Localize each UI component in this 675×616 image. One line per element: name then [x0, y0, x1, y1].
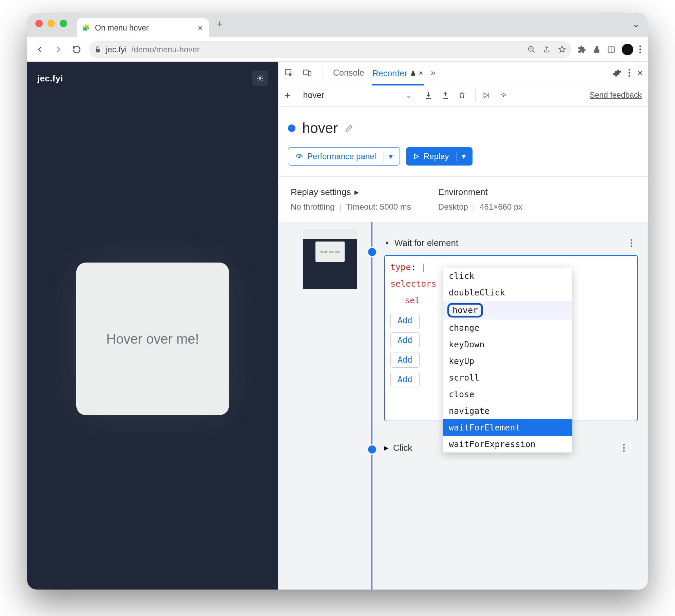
forward-button[interactable]: [52, 43, 64, 56]
profile-avatar[interactable]: [622, 44, 633, 55]
suggestion-waitforexpression[interactable]: waitForExpression: [443, 436, 572, 453]
hover-demo-text: Hover over me!: [106, 331, 199, 347]
devtools-panel: Console Recorder × » × + hover: [278, 62, 648, 590]
replay-dropdown-icon[interactable]: ▾: [457, 152, 466, 161]
content-split: jec.fyi Hover over me! Console: [27, 62, 648, 590]
suggestion-scroll[interactable]: scroll: [443, 369, 572, 386]
recorder-toolbar: + hover ⌄ Send feedback: [278, 84, 648, 107]
tab-title: On menu hover: [95, 23, 149, 33]
step-over-icon[interactable]: [482, 92, 493, 99]
step-more-icon[interactable]: [631, 239, 635, 247]
browser-tab[interactable]: 🧩 On menu hover ×: [77, 18, 209, 37]
reload-button[interactable]: [71, 43, 83, 56]
recording-settings-row: Replay settings ▸ No throttling | Timeou…: [278, 177, 648, 222]
browser-window: 🧩 On menu hover × + ⌄ jec.fyi/demo/menu-…: [27, 13, 648, 590]
rendered-page: jec.fyi Hover over me!: [27, 62, 278, 590]
tab-close-icon[interactable]: ×: [198, 23, 203, 33]
suggestion-keydown[interactable]: keyDown: [443, 336, 572, 353]
new-recording-button[interactable]: +: [285, 90, 291, 101]
environment-label: Environment: [438, 187, 522, 197]
tabs-menu-icon[interactable]: ⌄: [632, 18, 640, 30]
throttling-value: No throttling: [291, 202, 334, 212]
tab-recorder[interactable]: Recorder ×: [372, 66, 424, 85]
close-window-icon[interactable]: [35, 20, 43, 27]
back-button[interactable]: [34, 43, 46, 56]
timeout-value: Timeout: 5000 ms: [346, 202, 411, 212]
send-feedback-link[interactable]: Send feedback: [590, 91, 642, 100]
step-editor[interactable]: type: | selectors sel Add Add Add Add cl…: [384, 255, 638, 421]
step-thumbnail[interactable]: Hover over me!: [303, 229, 357, 289]
add-button[interactable]: Add: [390, 372, 420, 387]
add-button[interactable]: Add: [390, 352, 420, 368]
suggestion-change[interactable]: change: [443, 320, 572, 336]
svg-point-2: [259, 77, 261, 79]
export-icon[interactable]: [424, 91, 435, 99]
expand-icon[interactable]: ▶: [384, 445, 388, 451]
url-path: /demo/menu-hover: [131, 45, 199, 54]
import-icon[interactable]: [441, 91, 452, 99]
devtools-tabstrip: Console Recorder × » ×: [278, 62, 648, 84]
collapse-icon[interactable]: ▼: [384, 240, 390, 246]
new-tab-button[interactable]: +: [212, 17, 227, 32]
replay-settings-toggle[interactable]: Replay settings ▸: [291, 187, 411, 197]
perf-dropdown-icon[interactable]: ▾: [384, 152, 393, 161]
theme-toggle-button[interactable]: [252, 71, 268, 86]
type-suggestions-popup: click doubleClick hover change keyDown k…: [443, 268, 572, 453]
suggestion-doubleclick[interactable]: doubleClick: [443, 284, 572, 301]
suggestion-keyup[interactable]: keyUp: [443, 353, 572, 369]
omnibox[interactable]: jec.fyi/demo/menu-hover: [89, 41, 572, 58]
rename-icon[interactable]: [345, 124, 353, 133]
more-tabs-icon[interactable]: »: [430, 68, 435, 78]
suggestion-click[interactable]: click: [443, 268, 572, 284]
step-title: Wait for element: [394, 238, 458, 248]
performance-panel-button[interactable]: Performance panel ▾: [288, 147, 400, 166]
svg-rect-1: [608, 47, 614, 52]
device-toggle-icon[interactable]: [302, 67, 313, 79]
suggestion-navigate[interactable]: navigate: [443, 403, 572, 419]
hover-demo-card[interactable]: Hover over me!: [76, 263, 229, 415]
tab-console[interactable]: Console: [332, 66, 365, 80]
step2-title: Click: [393, 443, 412, 453]
timeline-node-icon: [368, 248, 376, 256]
zoom-out-icon[interactable]: [527, 45, 536, 54]
step-more-icon[interactable]: [623, 444, 638, 452]
share-icon[interactable]: [543, 45, 551, 54]
env-device: Desktop: [438, 202, 468, 212]
recording-select[interactable]: hover ⌄: [303, 90, 412, 100]
add-button[interactable]: Add: [390, 313, 420, 328]
tabstrip: 🧩 On menu hover × + ⌄: [27, 13, 648, 37]
svg-rect-4: [304, 70, 308, 75]
suggestion-close[interactable]: close: [443, 386, 572, 403]
slow-replay-icon[interactable]: [499, 92, 509, 99]
tab-recorder-close-icon[interactable]: ×: [419, 69, 423, 78]
devtools-close-icon[interactable]: ×: [637, 67, 643, 79]
devtools-more-icon[interactable]: [629, 69, 630, 77]
svg-rect-5: [308, 71, 311, 76]
chevron-down-icon: ⌄: [406, 91, 412, 99]
step-wait-for-element: ▼ Wait for element type: | selectors sel…: [365, 234, 638, 421]
page-brand[interactable]: jec.fyi: [37, 73, 63, 84]
env-viewport: 461×660 px: [480, 202, 522, 212]
steps-area: Hover over me! ▼ Wait for element type: …: [278, 222, 648, 590]
suggestion-waitforelement[interactable]: waitForElement: [443, 419, 572, 436]
suggestion-hover[interactable]: hover: [443, 301, 572, 320]
step-header[interactable]: ▼ Wait for element: [365, 234, 638, 255]
recording-header: hover Performance panel ▾ Replay ▾: [278, 107, 648, 177]
fullscreen-window-icon[interactable]: [60, 20, 67, 27]
extensions-icon[interactable]: [578, 45, 586, 54]
devtools-settings-icon[interactable]: [612, 68, 622, 78]
inspect-element-icon[interactable]: [283, 67, 295, 79]
recording-status-dot: [288, 124, 295, 132]
side-panel-icon[interactable]: [607, 45, 616, 54]
add-button[interactable]: Add: [390, 332, 420, 348]
url-host: jec.fyi: [106, 45, 127, 54]
browser-menu-icon[interactable]: [639, 45, 641, 53]
delete-icon[interactable]: [458, 91, 469, 99]
favicon-icon: 🧩: [81, 23, 90, 32]
replay-button[interactable]: Replay ▾: [406, 147, 473, 166]
window-controls: [35, 20, 67, 27]
bookmark-icon[interactable]: [558, 45, 566, 54]
labs-icon[interactable]: [593, 45, 601, 54]
minimize-window-icon[interactable]: [47, 20, 55, 27]
omnibox-actions: [527, 45, 566, 54]
